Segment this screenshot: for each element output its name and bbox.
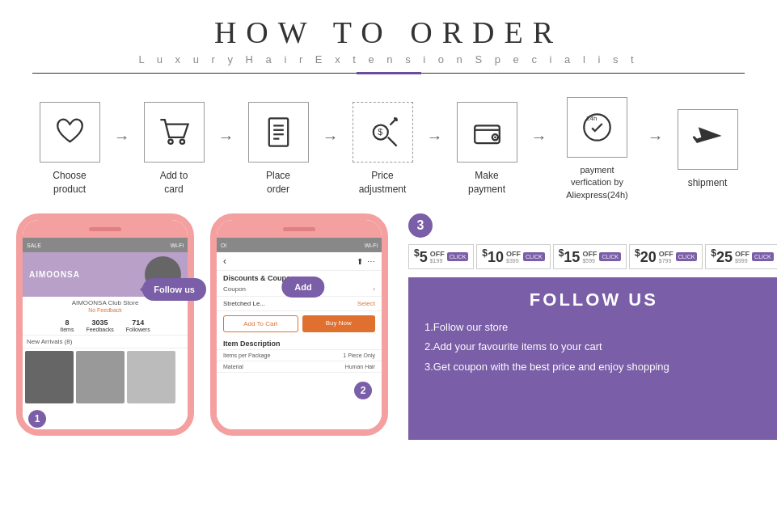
follow-info-item-3: 3.Get coupon with the best price and enj… (424, 360, 763, 374)
coupon-5-click[interactable]: CLICK (752, 252, 774, 261)
coupon-4-details: OFF $799 (659, 250, 674, 264)
phone2-desc-row-1: Items per Package 1 Piece Only (217, 350, 382, 361)
coupon-5-amount: $25 (711, 247, 733, 266)
coupon-1-details: OFF $199 (430, 250, 445, 264)
phone2-top (217, 220, 382, 238)
step-icon-ship (678, 109, 738, 170)
coupon-1: $5 OFF $199 CLICK (408, 244, 474, 269)
phone2-buttons: Add To Cart Buy Now (217, 311, 382, 336)
coupon-3-click[interactable]: CLICK (599, 252, 621, 261)
phone1-stat-feedbacks: 3035 Feedbacks (86, 319, 113, 332)
step-icon-price: $ (353, 102, 413, 163)
coupon-2-amount: $10 (482, 247, 504, 266)
step-price-adjustment: $ Price adjustment (340, 102, 425, 196)
phone2-add-to-cart-btn[interactable]: Add To Cart (223, 315, 298, 332)
phone1-screen: SALE Wi-Fi AIMOONSA AIMOONSA Club Store … (23, 238, 188, 429)
phone1-brand-name: AIMOONSA (29, 270, 80, 279)
step-icon-choose (40, 102, 100, 163)
step-icon-verify: 24h (567, 97, 627, 158)
follow-info-item-1: 1.Follow our store (424, 320, 763, 335)
follow-info-title: FOLLOW US (424, 289, 763, 310)
phone1-top (23, 220, 188, 238)
coupon-3-details: OFF $599 (582, 250, 597, 264)
arrow-6: → (648, 128, 664, 171)
coupon-3: $15 OFF $599 CLICK (553, 244, 627, 269)
step-label-order: Place order (266, 169, 290, 196)
coupon-5: $25 OFF $999 CLICK (705, 244, 777, 269)
step-choose-product: Choose product (27, 102, 112, 196)
coupon-4-click[interactable]: CLICK (676, 252, 698, 261)
step-icon-cart (144, 102, 205, 163)
phone2-buy-now-btn[interactable]: Buy Now (302, 315, 376, 332)
coupon-4: $20 OFF $799 CLICK (629, 244, 703, 269)
follow-info-item-2: 2.Add your favourite items to your cart (424, 340, 763, 354)
phone2-frame: Ol Wi-Fi ‹ ⬆ ⋯ Discounts & Coupons Coupo… (210, 213, 388, 436)
phone2-wrapper: Ol Wi-Fi ‹ ⬆ ⋯ Discounts & Coupons Coupo… (210, 213, 396, 440)
phone1-time: Wi-Fi (171, 243, 184, 248)
step-shipment: shipment (665, 109, 750, 190)
phone2-screen: Ol Wi-Fi ‹ ⬆ ⋯ Discounts & Coupons Coupo… (217, 238, 382, 429)
svg-point-0 (168, 140, 172, 144)
phone1-product-2 (76, 351, 125, 403)
arrow-4: → (427, 128, 443, 171)
arrow-1: → (114, 128, 130, 171)
coupon-1-click[interactable]: CLICK (447, 252, 469, 261)
header: HOW TO ORDER L u x u r y H a i r E x t e… (0, 0, 777, 81)
step-icon-payment (457, 102, 517, 163)
step-add-to-card: Add to card (132, 102, 217, 196)
phone1-stat-followers: 714 Followers (126, 319, 150, 332)
phone1-status-bar: SALE Wi-Fi (23, 238, 188, 252)
phone2-desc-row-2: Material Human Hair (217, 361, 382, 373)
step-label-verify: payment verfication by Aliexpress(24h) (566, 164, 627, 201)
phone1-arrivals: New Arrivals (8) (23, 336, 188, 348)
header-divider (32, 72, 745, 74)
phone1-stats: 8 Items 3035 Feedbacks 714 Followers (23, 316, 188, 336)
phone2-select: Select (357, 300, 375, 307)
phone2-back-arrow: ‹ (223, 255, 226, 267)
phone2-step-badge: 2 (354, 382, 372, 399)
coupon-2-details: OFF $399 (506, 250, 521, 264)
phone1-stat-items: 8 Items (60, 319, 74, 332)
add-bubble: Add (281, 277, 324, 298)
step-label-payment: Make payment (468, 169, 505, 196)
phone2-more-icon: ⋯ (367, 257, 375, 266)
coupons-strip: $5 OFF $199 CLICK $10 OFF $399 CLICK $15… (408, 244, 777, 269)
right-panel: 3 $5 OFF $199 CLICK $10 OFF $399 CLICK (408, 213, 777, 440)
divider-left (32, 73, 357, 74)
coupon-2: $10 OFF $399 CLICK (476, 244, 550, 269)
arrow-2: → (218, 128, 234, 171)
phone1-step-badge: 1 (28, 410, 46, 428)
svg-rect-2 (268, 119, 287, 146)
step-label-cart: Add to card (160, 169, 188, 196)
phone2-item-row: Stretched Le... Select (217, 297, 382, 311)
follow-info-box: FOLLOW US 1.Follow our store 2.Add your … (408, 277, 777, 440)
svg-text:24h: 24h (586, 115, 597, 122)
phone2-nav-icons: ⬆ ⋯ (357, 257, 375, 266)
phone2-desc-title: Item Description (217, 336, 382, 350)
phone1-products (23, 348, 188, 406)
step-label-choose: Choose product (53, 169, 86, 196)
coupon-1-amount: $5 (414, 247, 428, 266)
divider-accent (357, 72, 421, 74)
phones-container: SALE Wi-Fi AIMOONSA AIMOONSA Club Store … (16, 213, 396, 440)
coupon-4-amount: $20 (635, 247, 657, 266)
svg-point-1 (179, 140, 184, 144)
page-title: HOW TO ORDER (0, 15, 777, 50)
bottom-section: SALE Wi-Fi AIMOONSA AIMOONSA Club Store … (0, 213, 777, 440)
svg-text:$: $ (378, 127, 382, 137)
step-label-ship: shipment (688, 176, 728, 190)
step-place-order: Place order (236, 102, 321, 196)
follow-info-list: 1.Follow our store 2.Add your favourite … (424, 320, 763, 374)
coupon-3-amount: $15 (559, 247, 581, 266)
phone1-frame: SALE Wi-Fi AIMOONSA AIMOONSA Club Store … (16, 213, 194, 436)
phone2-nav: ‹ ⬆ ⋯ (217, 252, 382, 271)
svg-line-9 (390, 119, 396, 125)
svg-line-12 (387, 137, 396, 146)
phone2-speaker (283, 227, 315, 231)
phone1-wrapper: SALE Wi-Fi AIMOONSA AIMOONSA Club Store … (16, 213, 202, 440)
phone1-speaker (89, 227, 121, 231)
coupon-2-click[interactable]: CLICK (523, 252, 545, 261)
step-label-price: Price adjustment (359, 169, 407, 196)
phone1-carrier: SALE (27, 243, 41, 248)
arrow-5: → (531, 128, 547, 171)
